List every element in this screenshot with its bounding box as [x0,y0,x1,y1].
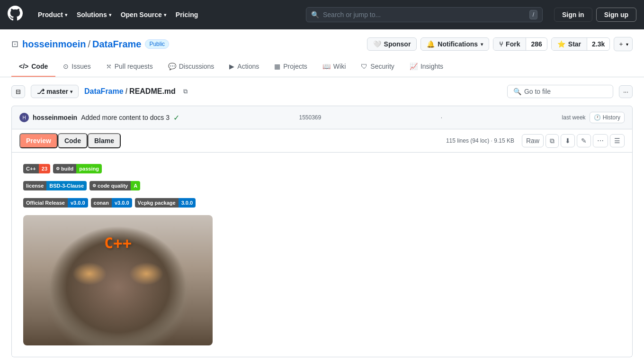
raw-button[interactable]: Raw [522,134,544,147]
fork-button[interactable]: ⑂ Fork [493,38,526,50]
plus-icon: ＋ [618,40,624,47]
star-count: 2.3k [587,38,609,50]
repo-type-icon: ⊡ [11,39,18,49]
code-icon: </> [19,63,28,70]
file-toolbar: Preview Code Blame 115 lines (94 loc) · … [12,129,632,153]
chevron-down-icon: ▾ [109,12,111,18]
notifications-button[interactable]: 🔔 Notifications ▾ [420,37,489,51]
path-separator: / [125,87,127,96]
nav-open-source[interactable]: Open Source ▾ [117,7,170,22]
badge-release[interactable]: Official Release v3.0.0 [23,198,88,208]
badge-vcpkg[interactable]: Vcpkg package 3.0.0 [135,198,196,208]
shield-icon: 🛡 [361,63,367,70]
tab-issues[interactable]: ⊙ Issues [55,57,98,77]
tab-pull-requests[interactable]: ⤲ Pull requests [98,57,161,77]
chevron-down-icon: ▾ [70,89,72,94]
file-content-box: Preview Code Blame 115 lines (94 loc) · … [11,129,633,357]
discussion-icon: 💬 [168,63,176,70]
file-name: README.md [129,87,176,96]
go-to-file-input[interactable] [524,88,607,95]
repo-owner-link[interactable]: hosseinmoein [22,39,86,50]
fork-icon: ⑂ [499,40,503,48]
search-icon: 🔍 [513,88,521,95]
repo-action-buttons: 🤍 Sponsor 🔔 Notifications ▾ ⑂ Fork 286 [367,37,633,51]
clock-icon: 🕐 [594,114,601,121]
file-info: 115 lines (94 loc) · 9.15 KB [446,137,514,144]
file-search-box: 🔍 [507,85,613,98]
sign-in-button[interactable]: Sign in [554,8,592,22]
chevron-down-icon: ▾ [65,12,67,18]
file-header-bar: ⊟ ⎇ master ▾ DataFrame / README.md ⧉ 🔍 ·… [0,77,644,106]
tab-wiki[interactable]: 📖 Wiki [315,57,353,77]
edit-button[interactable]: ✎ [577,134,591,147]
readme-content: C++ 23 ⚙ build passing license BSD-3-Cla… [12,153,632,357]
fork-button-group: ⑂ Fork 286 [493,37,547,51]
branch-selector[interactable]: ⎇ master ▾ [31,85,79,98]
tab-security[interactable]: 🛡 Security [353,57,402,77]
view-tab-preview[interactable]: Preview [19,133,58,148]
nav-solutions[interactable]: Solutions ▾ [73,7,115,22]
more-file-options[interactable]: ⋯ [593,134,608,147]
bell-icon: 🔔 [427,40,435,48]
site-header: Product ▾ Solutions ▾ Open Source ▾ Pric… [0,0,644,29]
badges-row-1: C++ 23 ⚙ build passing [23,164,621,173]
file-more-options-button[interactable]: ··· [619,85,633,98]
insights-icon: 📈 [410,63,418,70]
download-button[interactable]: ⬇ [561,134,575,147]
sign-up-button[interactable]: Sign up [596,8,636,22]
commit-message: Added more content to docs 3 [81,114,170,121]
copy-raw-button[interactable]: ⧉ [546,134,559,148]
projects-icon: ▦ [274,63,280,70]
commit-author[interactable]: hosseinmoein [33,114,77,121]
repo-breadcrumb-link[interactable]: DataFrame [84,87,124,96]
badge-build[interactable]: ⚙ build passing [53,164,102,173]
badge-license[interactable]: license BSD-3-Clause [23,181,87,190]
badge-cpp[interactable]: C++ 23 [23,164,50,173]
tab-code[interactable]: </> Code [11,57,55,77]
copy-path-button[interactable]: ⧉ [181,86,189,97]
issue-icon: ⊙ [63,63,69,70]
repo-tabs: </> Code ⊙ Issues ⤲ Pull requests 💬 Disc… [11,57,633,77]
commit-time-label: last week [562,114,586,121]
badges-row-3: Official Release v3.0.0 conan v3.0.0 Vcp… [23,198,621,208]
cpp-overlay-text: C++ [104,234,132,252]
add-button[interactable]: ＋ ▾ [614,37,633,51]
badge-conan[interactable]: conan v3.0.0 [91,198,132,208]
star-button[interactable]: ⭐ Star [552,38,587,50]
check-status-icon: ✓ [173,113,179,122]
sidebar-toggle-button[interactable]: ⊟ [11,85,25,98]
search-icon: 🔍 [311,11,319,18]
badges-row-2: license BSD-3-Clause ⚙ code quality A [23,181,621,190]
search-input[interactable] [323,11,526,18]
star-button-group: ⭐ Star 2.3k [551,37,610,51]
history-button[interactable]: 🕐 History [590,112,625,123]
wiki-icon: 📖 [322,63,331,70]
badge-quality[interactable]: ⚙ code quality A [89,181,140,190]
branch-icon: ⎇ [37,88,45,95]
tab-insights[interactable]: 📈 Insights [402,57,451,77]
sponsor-button[interactable]: 🤍 Sponsor [367,37,417,51]
nav-pricing[interactable]: Pricing [172,7,202,22]
repo-name-link[interactable]: DataFrame [92,39,141,50]
tab-projects[interactable]: ▦ Projects [267,57,315,77]
chevron-down-icon: ▾ [626,42,628,47]
file-actions: Raw ⧉ ⬇ ✎ ⋯ ☰ [522,134,625,148]
outline-button[interactable]: ☰ [610,134,625,147]
tab-actions[interactable]: ▶ Actions [222,57,267,77]
avatar: H [19,113,29,122]
github-logo[interactable] [8,6,23,24]
view-tab-code[interactable]: Code [58,133,88,148]
view-tab-blame[interactable]: Blame [88,133,121,148]
repo-header: ⊡ hosseinmoein / DataFrame Public 🤍 Spon… [0,29,644,77]
star-icon: ⭐ [557,40,565,48]
fork-count: 286 [526,38,546,50]
header-auth-actions: Sign in Sign up [554,8,636,22]
header-search-container: 🔍 / [306,7,543,22]
chevron-down-icon: ▾ [481,42,483,47]
breadcrumb: hosseinmoein / DataFrame [22,39,141,50]
actions-icon: ▶ [229,63,234,70]
tab-discussions[interactable]: 💬 Discussions [161,57,222,77]
nav-product[interactable]: Product ▾ [34,7,71,22]
file-breadcrumb: DataFrame / README.md [84,87,176,96]
commit-hash[interactable]: 1550369 [299,114,321,121]
